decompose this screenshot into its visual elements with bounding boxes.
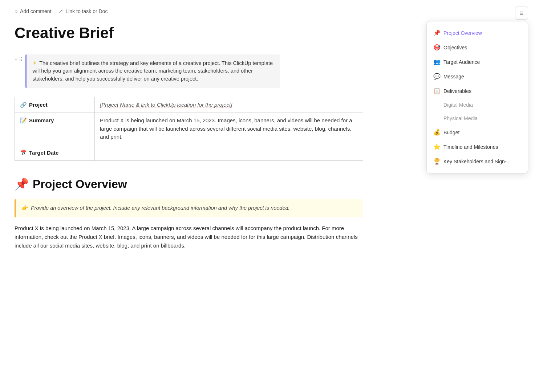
table-cell-value[interactable]: [Project Name & link to ClickUp location… <box>95 97 363 113</box>
link-task-label: Link to task or Doc <box>65 8 108 15</box>
table-cell-label: 🔗Project <box>15 97 95 113</box>
comment-icon: ○ <box>15 7 18 16</box>
toc-toggle-button[interactable]: ≡ <box>515 7 528 20</box>
intro-callout-text: The creative brief outlines the strategy… <box>32 60 273 82</box>
link-task-button[interactable]: ↗ Link to task or Doc <box>58 7 108 16</box>
project-overview-section: 📌 Project Overview 👉Provide an overview … <box>15 175 524 250</box>
table-cell-value[interactable]: Product X is being launched on March 15,… <box>95 113 363 145</box>
toc-item-label: Digital Media <box>443 101 473 109</box>
row-icon: 📝 <box>20 117 27 123</box>
project-overview-title: Project Overview <box>33 175 127 193</box>
hand-icon: 👉 <box>21 205 28 211</box>
add-comment-label: Add comment <box>20 8 51 15</box>
project-overview-callout: 👉Provide an overview of the project. Inc… <box>15 199 363 217</box>
toc-item[interactable]: 🎯Objectives <box>427 40 528 55</box>
toc-item-label: Physical Media <box>443 115 478 122</box>
table-cell-label: 📝Summary <box>15 113 95 145</box>
toc-item[interactable]: ⭐Timeline and Milestones <box>427 140 528 154</box>
toc-item[interactable]: Digital Media <box>427 98 528 112</box>
toc-item-label: Message <box>443 73 464 81</box>
toc-item-label: Objectives <box>443 44 467 52</box>
toc-dropdown: 📌Project Overview🎯Objectives👥Target Audi… <box>426 21 528 173</box>
toc-item[interactable]: 📌Project Overview <box>427 26 528 40</box>
brief-table: 🔗Project[Project Name & link to ClickUp … <box>15 97 363 161</box>
row-icon: 📅 <box>20 150 27 156</box>
table-cell-label: 📅Target Date <box>15 145 95 161</box>
table-row: 📅Target Date <box>15 145 363 161</box>
project-overview-callout-text: Provide an overview of the project. Incl… <box>31 205 290 211</box>
toc-item-label: Deliverables <box>443 87 471 95</box>
block-controls: + ⠿ <box>15 54 23 64</box>
toc-item[interactable]: Physical Media <box>427 112 528 125</box>
toc-item-icon: 📌 <box>433 29 441 37</box>
toc-item-icon: 💬 <box>433 72 441 81</box>
toc-item-icon: 👥 <box>433 58 441 66</box>
toc-item-label: Budget <box>443 129 459 136</box>
drag-handle-icon[interactable]: ⠿ <box>19 56 23 64</box>
project-link[interactable]: [Project Name & link to ClickUp location… <box>100 102 232 108</box>
table-row: 🔗Project[Project Name & link to ClickUp … <box>15 97 363 113</box>
add-comment-button[interactable]: ○ Add comment <box>15 7 51 16</box>
toc-icon: ≡ <box>520 8 524 18</box>
toc-item-label: Key Stakeholders and Sign-... <box>443 158 511 166</box>
toc-item[interactable]: 👥Target Audience <box>427 55 528 69</box>
toc-item-icon: ⭐ <box>433 143 441 151</box>
toc-item[interactable]: 🏆Key Stakeholders and Sign-... <box>427 154 528 169</box>
toc-item[interactable]: 💰Budget <box>427 125 528 140</box>
intro-callout: ✦The creative brief outlines the strateg… <box>25 54 280 88</box>
toc-item-label: Project Overview <box>443 29 482 37</box>
toc-item-icon: 🎯 <box>433 43 441 52</box>
add-block-icon[interactable]: + <box>15 56 17 64</box>
link-icon: ↗ <box>58 7 63 16</box>
toolbar: ○ Add comment ↗ Link to task or Doc <box>15 7 524 16</box>
project-overview-heading: 📌 Project Overview <box>15 175 524 193</box>
table-row: 📝SummaryProduct X is being launched on M… <box>15 113 363 145</box>
project-overview-icon: 📌 <box>15 175 29 193</box>
toc-item-label: Timeline and Milestones <box>443 143 498 151</box>
row-icon: 🔗 <box>20 102 27 108</box>
toc-item[interactable]: 📋Deliverables <box>427 84 528 98</box>
toc-item-icon: 📋 <box>433 87 441 95</box>
project-overview-body: Product X is being launched on March 15,… <box>15 224 363 250</box>
toc-item-label: Target Audience <box>443 58 480 66</box>
toc-item-icon: 💰 <box>433 128 441 137</box>
toc-item-icon: 🏆 <box>433 157 441 166</box>
sparkle-icon: ✦ <box>32 60 37 66</box>
toc-item[interactable]: 💬Message <box>427 69 528 84</box>
table-cell-value[interactable] <box>95 145 363 161</box>
